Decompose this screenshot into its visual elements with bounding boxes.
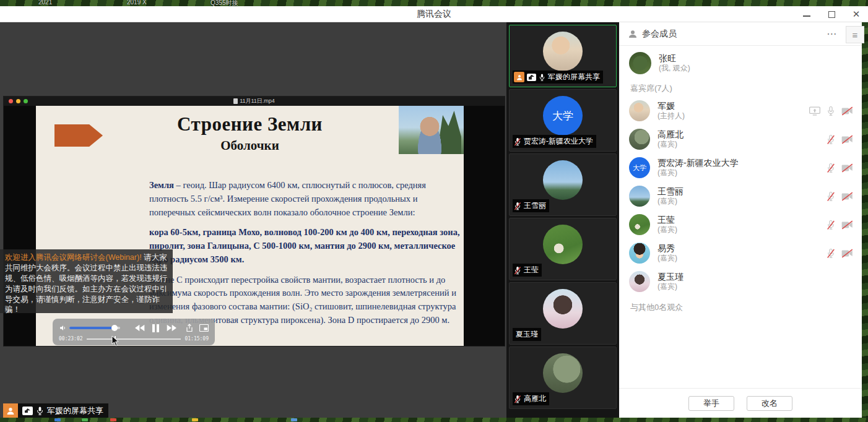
shared-screen-stage: 11月11日.mp4 Строение Земли Оболочки Земля… xyxy=(0,22,506,418)
avatar xyxy=(629,214,650,235)
mic-on-icon xyxy=(36,406,44,416)
player-titlebar: 11月11日.mp4 xyxy=(4,97,505,106)
screen-sharing-icon[interactable] xyxy=(809,106,820,116)
taskbar-icon xyxy=(192,418,198,421)
camera-off-icon[interactable] xyxy=(841,192,853,201)
mic-off-icon xyxy=(514,266,521,275)
participant-row[interactable]: 王雪丽 (嘉宾) xyxy=(619,182,862,210)
presenter-webcam-video xyxy=(399,106,464,154)
video-tile-gaoyanbei[interactable]: 高雁北 xyxy=(509,347,617,409)
participant-role: (嘉宾) xyxy=(658,282,684,292)
rename-button[interactable]: 改名 xyxy=(747,396,792,411)
macos-traffic-lights[interactable] xyxy=(9,99,28,103)
participant-name: 夏玉瑾 xyxy=(658,271,684,282)
camera-off-icon[interactable] xyxy=(841,249,853,258)
fast-forward-button[interactable] xyxy=(167,324,176,332)
tile-label: 王雪丽 xyxy=(513,199,549,212)
participant-row[interactable]: 大学 贾宏涛-新疆农业大学 (嘉宾) xyxy=(619,153,862,182)
participant-row[interactable]: 夏玉瑾 (嘉宾) xyxy=(619,267,862,296)
speaker-icon[interactable] xyxy=(59,324,67,332)
video-tile-xiayujin[interactable]: 夏玉瑾 xyxy=(509,282,617,345)
avatar xyxy=(629,243,650,264)
video-tile-wangying[interactable]: 王莹 xyxy=(509,218,617,280)
presenter-person-icon xyxy=(3,403,18,418)
tile-name: 夏玉瑾 xyxy=(514,329,538,340)
volume-slider[interactable] xyxy=(69,327,120,329)
desktop-wallpaper-right xyxy=(862,22,868,418)
pause-button[interactable] xyxy=(152,324,159,332)
video-tile-junyuan[interactable]: 军媛的屏幕共享 xyxy=(509,25,617,87)
mic-off-icon xyxy=(514,202,521,210)
desktop-icon-label: 2021 xyxy=(38,0,52,6)
avatar xyxy=(543,289,583,329)
camera-off-icon[interactable] xyxy=(841,163,853,173)
participant-name: 军媛 xyxy=(658,100,685,111)
slide-paragraph: кора 60-5км, граница Мохо, волновод 100-… xyxy=(149,226,464,266)
participant-row[interactable]: 军媛 (主持人) xyxy=(619,97,862,125)
camera-off-icon[interactable] xyxy=(841,220,853,230)
raise-hand-button[interactable]: 举手 xyxy=(688,396,734,411)
webinar-notice-overlay: 欢迎进入腾讯会议网络研讨会(Webinar)! 请大家共同维护大会秩序。会议过程… xyxy=(0,249,173,313)
participants-panel: 参会成员 ⋯ ✕ 张旺 (我, 观众) 嘉宾席(7人) 军媛 (主持人) xyxy=(619,22,862,418)
participant-role: (主持人) xyxy=(658,111,685,121)
mic-off-icon[interactable] xyxy=(827,191,835,202)
slide-paragraph: Земля – геоид. Шар радиусом 6400 км, спл… xyxy=(149,179,464,219)
avatar xyxy=(543,353,583,393)
rewind-button[interactable] xyxy=(135,324,145,332)
avatar xyxy=(629,186,650,207)
other-audience-note: 与其他0名观众 xyxy=(619,296,862,319)
volume-knob[interactable] xyxy=(111,325,118,331)
meeting-app: 11月11日.mp4 Строение Земли Оболочки Земля… xyxy=(0,22,862,418)
seek-bar[interactable] xyxy=(87,338,181,340)
avatar xyxy=(629,52,651,74)
zoom-dot-icon[interactable] xyxy=(24,99,28,103)
close-dot-icon[interactable] xyxy=(9,99,13,103)
tile-name: 军媛的屏幕共享 xyxy=(548,72,600,82)
tile-label: 贾宏涛-新疆农业大学 xyxy=(513,135,596,148)
tile-label: 高雁北 xyxy=(513,392,549,405)
camera-off-icon[interactable] xyxy=(841,135,853,144)
video-tile-jiahongtao[interactable]: 大学 贾宏涛-新疆农业大学 xyxy=(509,89,617,152)
mic-off-icon[interactable] xyxy=(827,220,835,230)
slide-body: Земля – геоид. Шар радиусом 6400 км, спл… xyxy=(149,179,464,334)
presenter-person-icon xyxy=(514,72,524,82)
avatar xyxy=(543,32,583,71)
sidebar-collapse-button[interactable]: ≡ xyxy=(846,26,864,43)
taskbar-icon xyxy=(110,418,116,421)
close-button[interactable]: ✕ xyxy=(852,10,861,19)
camera-off-icon[interactable] xyxy=(841,106,853,116)
desktop-wallpaper-bottom xyxy=(0,418,868,422)
participant-name: 王莹 xyxy=(658,214,677,225)
tile-label: 夏玉瑾 xyxy=(513,328,541,341)
video-tile-wangxueli[interactable]: 王雪丽 xyxy=(509,153,617,216)
mic-on-icon[interactable] xyxy=(827,106,835,116)
participants-icon xyxy=(628,29,638,39)
tile-name: 王雪丽 xyxy=(524,200,546,211)
video-thumbnail-strip: 军媛的屏幕共享 大学 贾宏涛-新疆农业大学 xyxy=(506,22,619,418)
participant-row-me[interactable]: 张旺 (我, 观众) xyxy=(619,46,862,79)
player-controls: 00:23:02 01:15:09 xyxy=(53,319,215,345)
participant-row[interactable]: 高雁北 (嘉宾) xyxy=(619,125,862,153)
minimize-button[interactable] xyxy=(803,12,810,17)
guest-section-label: 嘉宾席(7人) xyxy=(619,79,862,97)
participant-role: (嘉宾) xyxy=(658,197,684,207)
share-label-text: 军媛的屏幕共享 xyxy=(47,405,103,416)
mic-off-icon[interactable] xyxy=(827,134,835,145)
minimize-dot-icon[interactable] xyxy=(16,99,20,103)
tile-name: 贾宏涛-新疆农业大学 xyxy=(524,136,593,147)
maximize-button[interactable] xyxy=(828,11,835,18)
participant-role: (嘉宾) xyxy=(658,140,684,150)
screen-share-owner-label: 军媛的屏幕共享 xyxy=(3,403,108,418)
more-options-icon[interactable]: ⋯ xyxy=(827,28,837,40)
participant-row[interactable]: 王莹 (嘉宾) xyxy=(619,210,862,239)
mic-off-icon[interactable] xyxy=(827,163,835,173)
tile-name: 王莹 xyxy=(524,265,539,275)
picture-in-picture-icon[interactable] xyxy=(199,324,209,332)
notice-headline: 欢迎进入腾讯会议网络研讨会(Webinar)! xyxy=(5,253,142,262)
avatar xyxy=(629,100,650,121)
share-export-icon[interactable] xyxy=(186,324,193,332)
participant-row[interactable]: 易秀 (嘉宾) xyxy=(619,239,862,267)
mic-off-icon[interactable] xyxy=(827,248,835,259)
total-duration: 01:15:09 xyxy=(184,336,209,342)
participant-role: (我, 观众) xyxy=(659,64,690,74)
